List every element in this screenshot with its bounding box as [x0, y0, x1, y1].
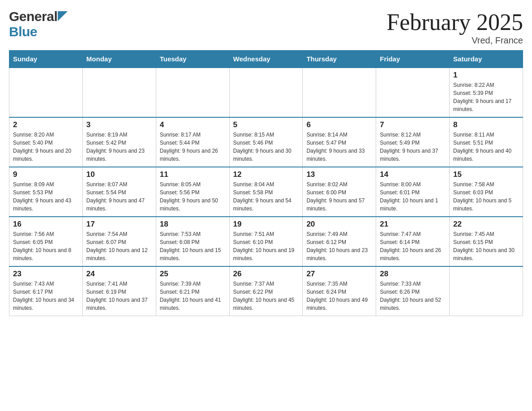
- calendar-day-cell: 16Sunrise: 7:56 AM Sunset: 6:05 PM Dayli…: [9, 217, 83, 266]
- day-info: Sunrise: 8:17 AM Sunset: 5:44 PM Dayligh…: [160, 131, 226, 163]
- day-info: Sunrise: 8:12 AM Sunset: 5:49 PM Dayligh…: [380, 131, 446, 163]
- day-number: 17: [86, 220, 152, 229]
- day-info: Sunrise: 7:49 AM Sunset: 6:12 PM Dayligh…: [306, 230, 372, 262]
- day-info: Sunrise: 8:04 AM Sunset: 5:58 PM Dayligh…: [233, 180, 299, 213]
- day-number: 10: [86, 170, 152, 179]
- day-number: 3: [86, 120, 152, 129]
- calendar-day-cell: 6Sunrise: 8:14 AM Sunset: 5:47 PM Daylig…: [303, 117, 376, 167]
- day-info: Sunrise: 8:19 AM Sunset: 5:42 PM Dayligh…: [86, 131, 152, 163]
- calendar-day-cell: 9Sunrise: 8:09 AM Sunset: 5:53 PM Daylig…: [9, 167, 83, 217]
- svg-marker-0: [58, 11, 68, 21]
- day-number: 23: [13, 270, 79, 278]
- day-info: Sunrise: 8:07 AM Sunset: 5:54 PM Dayligh…: [86, 180, 152, 213]
- page-header: General Blue February 2025 Vred, France: [9, 9, 523, 46]
- day-of-week-header: Tuesday: [156, 51, 229, 68]
- day-info: Sunrise: 7:47 AM Sunset: 6:14 PM Dayligh…: [380, 230, 446, 262]
- calendar-day-cell: 4Sunrise: 8:17 AM Sunset: 5:44 PM Daylig…: [156, 117, 229, 167]
- logo: General Blue: [9, 9, 68, 39]
- calendar-day-cell: 20Sunrise: 7:49 AM Sunset: 6:12 PM Dayli…: [303, 217, 376, 266]
- day-info: Sunrise: 7:35 AM Sunset: 6:24 PM Dayligh…: [306, 280, 372, 312]
- day-info: Sunrise: 7:53 AM Sunset: 6:08 PM Dayligh…: [160, 230, 226, 262]
- calendar-day-cell: [229, 68, 303, 117]
- day-number: 15: [453, 170, 519, 179]
- day-number: 8: [453, 120, 519, 129]
- day-number: 19: [233, 220, 299, 229]
- day-info: Sunrise: 7:51 AM Sunset: 6:10 PM Dayligh…: [233, 230, 299, 262]
- calendar-day-cell: 5Sunrise: 8:15 AM Sunset: 5:46 PM Daylig…: [229, 117, 303, 167]
- calendar-day-cell: 17Sunrise: 7:54 AM Sunset: 6:07 PM Dayli…: [82, 217, 156, 266]
- calendar-week-row: 16Sunrise: 7:56 AM Sunset: 6:05 PM Dayli…: [9, 217, 523, 266]
- day-info: Sunrise: 8:14 AM Sunset: 5:47 PM Dayligh…: [306, 131, 372, 163]
- calendar-week-row: 2Sunrise: 8:20 AM Sunset: 5:40 PM Daylig…: [9, 117, 523, 167]
- day-info: Sunrise: 7:41 AM Sunset: 6:19 PM Dayligh…: [86, 280, 152, 312]
- day-info: Sunrise: 7:39 AM Sunset: 6:21 PM Dayligh…: [160, 280, 226, 312]
- day-number: 16: [13, 220, 79, 229]
- day-number: 25: [160, 270, 226, 278]
- day-number: 1: [453, 71, 519, 80]
- day-number: 12: [233, 170, 299, 179]
- day-info: Sunrise: 7:54 AM Sunset: 6:07 PM Dayligh…: [86, 230, 152, 262]
- calendar-day-cell: 21Sunrise: 7:47 AM Sunset: 6:14 PM Dayli…: [376, 217, 450, 266]
- day-info: Sunrise: 8:11 AM Sunset: 5:51 PM Dayligh…: [453, 131, 519, 163]
- calendar-day-cell: 27Sunrise: 7:35 AM Sunset: 6:24 PM Dayli…: [303, 266, 376, 316]
- calendar-day-cell: 12Sunrise: 8:04 AM Sunset: 5:58 PM Dayli…: [229, 167, 303, 217]
- day-number: 4: [160, 120, 226, 129]
- calendar-day-cell: 28Sunrise: 7:33 AM Sunset: 6:26 PM Dayli…: [376, 266, 450, 316]
- day-of-week-header: Monday: [82, 51, 156, 68]
- calendar-week-row: 9Sunrise: 8:09 AM Sunset: 5:53 PM Daylig…: [9, 167, 523, 217]
- day-number: 27: [306, 270, 372, 278]
- calendar-day-cell: 2Sunrise: 8:20 AM Sunset: 5:40 PM Daylig…: [9, 117, 83, 167]
- calendar-day-cell: [9, 68, 83, 117]
- day-number: 7: [380, 120, 446, 129]
- calendar-day-cell: 25Sunrise: 7:39 AM Sunset: 6:21 PM Dayli…: [156, 266, 229, 316]
- calendar-day-cell: [156, 68, 229, 117]
- calendar-day-cell: 13Sunrise: 8:02 AM Sunset: 6:00 PM Dayli…: [303, 167, 376, 217]
- calendar-day-cell: 19Sunrise: 7:51 AM Sunset: 6:10 PM Dayli…: [229, 217, 303, 266]
- day-info: Sunrise: 8:05 AM Sunset: 5:56 PM Dayligh…: [160, 180, 226, 213]
- calendar-day-cell: 26Sunrise: 7:37 AM Sunset: 6:22 PM Dayli…: [229, 266, 303, 316]
- day-of-week-header: Friday: [376, 51, 450, 68]
- day-number: 24: [86, 270, 152, 278]
- month-title: February 2025: [386, 9, 523, 35]
- calendar-day-cell: 3Sunrise: 8:19 AM Sunset: 5:42 PM Daylig…: [82, 117, 156, 167]
- calendar-day-cell: 14Sunrise: 8:00 AM Sunset: 6:01 PM Dayli…: [376, 167, 450, 217]
- day-number: 14: [380, 170, 446, 179]
- calendar-day-cell: [82, 68, 156, 117]
- calendar-day-cell: 22Sunrise: 7:45 AM Sunset: 6:15 PM Dayli…: [450, 217, 523, 266]
- calendar-day-cell: 24Sunrise: 7:41 AM Sunset: 6:19 PM Dayli…: [82, 266, 156, 316]
- day-number: 9: [13, 170, 79, 179]
- location-text: Vred, France: [386, 35, 523, 46]
- day-number: 21: [380, 220, 446, 229]
- day-info: Sunrise: 7:43 AM Sunset: 6:17 PM Dayligh…: [13, 280, 79, 312]
- day-info: Sunrise: 7:45 AM Sunset: 6:15 PM Dayligh…: [453, 230, 519, 262]
- day-info: Sunrise: 7:56 AM Sunset: 6:05 PM Dayligh…: [13, 230, 79, 262]
- day-info: Sunrise: 8:02 AM Sunset: 6:00 PM Dayligh…: [306, 180, 372, 213]
- calendar-day-cell: [303, 68, 376, 117]
- calendar-table: SundayMondayTuesdayWednesdayThursdayFrid…: [9, 50, 523, 316]
- day-number: 20: [306, 220, 372, 229]
- calendar-day-cell: 8Sunrise: 8:11 AM Sunset: 5:51 PM Daylig…: [450, 117, 523, 167]
- calendar-day-cell: [450, 266, 523, 316]
- day-number: 22: [453, 220, 519, 229]
- day-of-week-header: Saturday: [450, 51, 523, 68]
- calendar-week-row: 1Sunrise: 8:22 AM Sunset: 5:39 PM Daylig…: [9, 68, 523, 117]
- title-block: February 2025 Vred, France: [386, 9, 523, 46]
- day-info: Sunrise: 7:37 AM Sunset: 6:22 PM Dayligh…: [233, 280, 299, 312]
- day-number: 6: [306, 120, 372, 129]
- day-info: Sunrise: 7:58 AM Sunset: 6:03 PM Dayligh…: [453, 180, 519, 213]
- day-info: Sunrise: 8:00 AM Sunset: 6:01 PM Dayligh…: [380, 180, 446, 213]
- logo-triangle-icon: [57, 11, 68, 22]
- day-of-week-header: Sunday: [9, 51, 83, 68]
- calendar-day-cell: 18Sunrise: 7:53 AM Sunset: 6:08 PM Dayli…: [156, 217, 229, 266]
- calendar-day-cell: 11Sunrise: 8:05 AM Sunset: 5:56 PM Dayli…: [156, 167, 229, 217]
- day-number: 11: [160, 170, 226, 179]
- logo-general-text: General: [9, 9, 57, 24]
- calendar-day-cell: 1Sunrise: 8:22 AM Sunset: 5:39 PM Daylig…: [450, 68, 523, 117]
- calendar-week-row: 23Sunrise: 7:43 AM Sunset: 6:17 PM Dayli…: [9, 266, 523, 316]
- day-number: 18: [160, 220, 226, 229]
- day-of-week-header: Thursday: [303, 51, 376, 68]
- day-number: 2: [13, 120, 79, 129]
- day-info: Sunrise: 8:22 AM Sunset: 5:39 PM Dayligh…: [453, 81, 519, 113]
- day-info: Sunrise: 7:33 AM Sunset: 6:26 PM Dayligh…: [380, 280, 446, 312]
- day-number: 5: [233, 120, 299, 129]
